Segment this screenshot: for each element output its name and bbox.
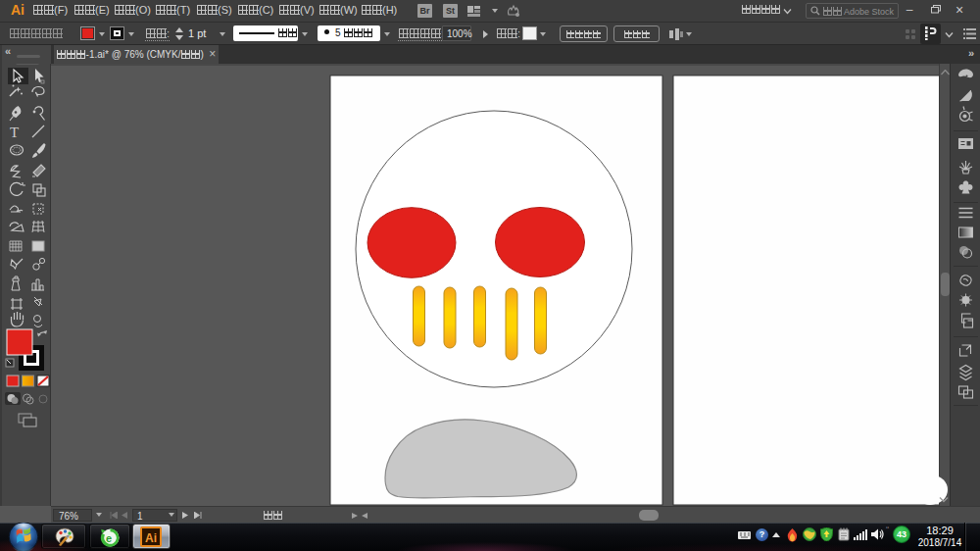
svg-text:T: T	[10, 125, 19, 140]
svg-text:e: e	[106, 532, 112, 544]
